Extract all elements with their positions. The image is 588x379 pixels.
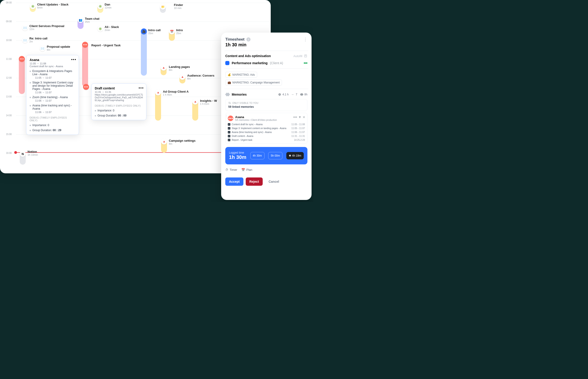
memory-title: Asana: [235, 115, 277, 119]
linked-count: 59 linked memories: [228, 105, 304, 109]
event-label: Client Updates - Slack6min: [37, 3, 69, 9]
dropdown-indicator-icon: [304, 62, 308, 64]
time-label: 14:00: [6, 114, 12, 117]
notion-icon: N: [20, 151, 26, 157]
popover-time: 11:31 → 11:31: [95, 91, 143, 93]
finder-icon: 📁: [160, 4, 166, 10]
eye-off-icon: [228, 102, 231, 104]
gmail-icon: ✉️: [39, 45, 45, 51]
briefcase-icon: 💼: [228, 81, 231, 84]
event-label: Team chat25m: [85, 17, 99, 23]
logged-time-card: Logged time 1h 30m 4h 30m 5h 00m ✺4h 19m: [225, 147, 308, 164]
info-icon[interactable]: i: [246, 37, 250, 42]
stat-count: ↔7: [291, 93, 297, 96]
event-label: Report - Urgent Task: [91, 44, 121, 47]
logged-value: 1h 30m: [229, 154, 246, 160]
zoom-icon: 🎥: [141, 29, 147, 34]
suggestion-button[interactable]: 5h 00m: [268, 152, 282, 159]
googleads-icon: 🔺: [161, 139, 167, 144]
panel-title: Timesheet: [225, 37, 245, 42]
debug-label: DEBUG (TIMELY EMPLOYEES ONLY): [30, 116, 76, 122]
event-label: Dan12min: [105, 3, 112, 9]
more-icon[interactable]: ⋮: [303, 39, 308, 40]
close-icon[interactable]: ✕: [303, 115, 305, 119]
event-label: Intro25m: [176, 29, 183, 35]
teams-icon: 👥: [78, 17, 83, 23]
time-label: 12:00: [6, 77, 12, 79]
plan-button[interactable]: 📅Plan: [241, 168, 252, 172]
panel-duration: 1h 30 min: [225, 42, 308, 47]
event-label: Landing pages8m: [169, 65, 190, 71]
checkbox[interactable]: ✓: [228, 135, 230, 137]
section-title: Content and Ads optimisation: [225, 54, 271, 58]
time-label: 11:00: [6, 58, 12, 60]
googleads-icon: 🔺: [161, 65, 166, 71]
popover-time: 11:05 → 11:08: [30, 62, 76, 65]
googleads-icon: 🔺: [180, 74, 185, 80]
linked-memories-card[interactable]: ONLY VISIBLE TO YOU 59 linked memories: [225, 99, 308, 111]
memories-label: Memories: [232, 93, 247, 96]
debug-label: DEBUG (TIMELY EMPLOYEES ONLY): [95, 104, 143, 107]
autofill-icon: [304, 54, 308, 58]
popover-url: https://docs.google.com/document/d/1FCTj…: [95, 93, 143, 102]
stat-total: 8h: [300, 93, 308, 96]
event-pill[interactable]: [141, 30, 147, 76]
stopwatch-icon: ⏱: [225, 168, 228, 172]
project-client: (Client A): [270, 61, 283, 65]
checkbox[interactable]: ✓: [228, 139, 230, 141]
event-label: Insights - W1 h 01m: [200, 99, 217, 105]
event-label: Proposal update8m: [47, 45, 70, 51]
asana-icon: [82, 42, 88, 48]
checkbox[interactable]: ✓: [228, 127, 230, 129]
time-label: 08:00: [6, 1, 12, 4]
event-label: Finder10 min: [174, 3, 183, 9]
checkbox[interactable]: ✓: [228, 131, 230, 133]
chevron-down-icon[interactable]: ▾: [299, 115, 301, 119]
event-popover-asana[interactable]: ••• Asana 11:05 → 11:08 Content draft fo…: [26, 55, 79, 135]
memory-card[interactable]: ⋮⋮ ••• ▾ ✕ Asana 5/5 memories • Client A…: [225, 113, 308, 144]
time-label: 15:00: [6, 133, 12, 136]
timesheet-panel: Timesheet i ⋮ 1h 30 min Content and Ads …: [221, 32, 311, 200]
more-icon[interactable]: •••: [139, 86, 144, 90]
memory-subtitle: 5/5 memories • Client A/Video production: [235, 119, 277, 121]
timer-button[interactable]: ⏱Timer: [225, 168, 237, 172]
event-label: Ad Group Client A1 h 45m: [163, 90, 189, 96]
event-label: Ali - Slack2min: [105, 25, 119, 32]
project-selector[interactable]: Performance marketing (Client A): [225, 61, 308, 65]
event-label: Notion1h 10min: [28, 150, 38, 156]
asana-icon: [83, 84, 89, 90]
drag-handle-icon[interactable]: ⋮⋮: [225, 115, 230, 117]
now-indicator-dot: [14, 151, 17, 154]
stat-hours: 4.1 h: [278, 93, 289, 96]
project-name: Performance marketing: [232, 61, 267, 65]
brain-icon: [225, 92, 230, 97]
time-label: 10:00: [6, 39, 12, 42]
event-pill[interactable]: [19, 57, 25, 94]
more-icon[interactable]: •••: [293, 115, 297, 119]
brain-icon: ✺: [289, 154, 291, 157]
reject-button[interactable]: Reject: [246, 177, 263, 186]
event-label: Client Services Proposal12m: [29, 24, 64, 31]
checkbox[interactable]: ✓: [228, 123, 230, 126]
popover-title: Asana: [30, 58, 76, 62]
popover-title: Draft content: [95, 86, 143, 90]
gmail-icon: ✉️: [22, 25, 28, 31]
event-pill[interactable]: [82, 43, 88, 87]
slack-icon: ✳️: [97, 26, 103, 32]
calendar-icon: 📅: [169, 29, 175, 34]
accept-button[interactable]: Accept: [225, 177, 244, 186]
tag-chip[interactable]: 💼MARKETING: Campaign Management: [225, 79, 282, 86]
cancel-button[interactable]: Cancel: [265, 177, 283, 186]
suggestion-button[interactable]: 4h 30m: [250, 152, 264, 159]
time-label: 13:00: [6, 95, 12, 98]
money-icon: 💰: [228, 73, 231, 76]
tag-chip[interactable]: 💰MARKETING: Ads: [225, 72, 257, 78]
logged-label: Logged time: [229, 151, 246, 154]
gmail-icon: ✉️: [22, 37, 28, 43]
suggestion-button-ai[interactable]: ✺4h 19m: [286, 152, 304, 159]
event-popover-draft[interactable]: ••• Draft content 11:31 → 11:31 https://…: [91, 83, 146, 120]
time-label: 09:00: [6, 20, 12, 23]
autofill-button[interactable]: Autofill: [294, 54, 308, 58]
more-icon[interactable]: •••: [71, 58, 76, 62]
event-label: Audience: Convers8m: [187, 74, 214, 80]
